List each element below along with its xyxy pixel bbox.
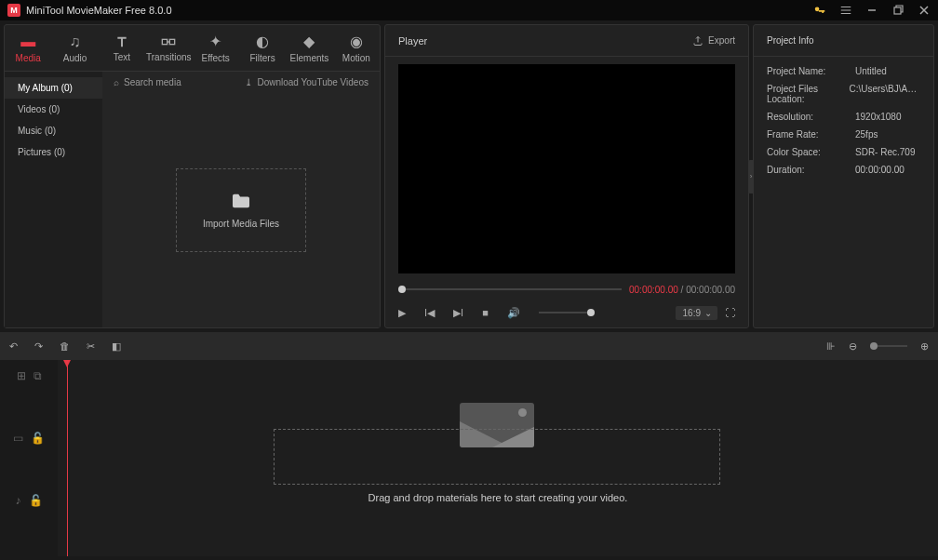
delete-button[interactable]: 🗑 [60,340,70,352]
svg-rect-2 [170,39,175,44]
tab-elements[interactable]: ◆Elements [286,25,332,71]
layer-copy-icon[interactable]: ⧉ [34,369,42,382]
search-icon: ⌕ [114,77,119,87]
info-row-resolution: Resolution:1920x1080 [767,108,920,126]
tab-filters[interactable]: ◐Filters [239,25,286,71]
license-key-icon[interactable] [813,4,826,17]
split-button[interactable]: ✂ [87,340,95,353]
sidebar-item-videos[interactable]: Videos (0) [5,99,102,120]
fullscreen-button[interactable]: ⛶ [725,307,735,318]
play-button[interactable]: ▶ [398,307,406,319]
info-title: Project Info [754,25,933,57]
app-logo: M [7,4,20,17]
close-button[interactable] [918,4,931,17]
crop-button[interactable]: ◧ [112,340,121,353]
track-header-layers: ⊞ ⧉ [0,360,58,392]
redo-button[interactable]: ↷ [34,340,43,353]
app-title: MiniTool MovieMaker Free 8.0.0 [26,5,172,16]
titlebar: M MiniTool MovieMaker Free 8.0.0 [0,0,938,20]
stop-button[interactable]: ■ [482,307,489,318]
minimize-button[interactable] [865,4,878,17]
chevron-down-icon: ⌄ [704,308,712,318]
collapse-info-button[interactable]: › [748,160,754,193]
zoom-in-button[interactable]: ⊕ [920,340,929,353]
music-note-icon: ♫ [70,33,81,50]
svg-rect-1 [163,39,168,44]
tab-effects[interactable]: ✦Effects [193,25,239,71]
prev-frame-button[interactable]: I◀ [424,307,435,319]
tab-audio[interactable]: ♫Audio [51,25,98,71]
sidebar-item-pictures[interactable]: Pictures (0) [5,141,102,163]
track-header-video: ▭ 🔓 [0,392,58,485]
media-panel: ▬Media ♫Audio Text Transitions ✦Effects … [4,24,381,328]
main-tabs: ▬Media ♫Audio Text Transitions ✦Effects … [5,25,380,72]
tab-transitions[interactable]: Transitions [145,25,192,71]
info-row-location: Project Files Location:C:\Users\BJ\App..… [767,80,920,108]
tab-motion[interactable]: ◉Motion [333,25,380,71]
video-preview[interactable] [398,64,735,273]
import-media-button[interactable]: Import Media Files [176,168,306,252]
svg-rect-0 [894,7,901,14]
zoom-slider[interactable] [870,345,907,347]
timeline-mode-icon[interactable]: ⊪ [826,340,836,353]
lock-icon[interactable]: 🔓 [29,494,43,507]
sidebar-item-myalbum[interactable]: My Album (0) [5,77,102,99]
player-title: Player [398,35,427,47]
track-header-audio: ♪ 🔓 [0,485,58,516]
effects-icon: ✦ [209,33,221,50]
download-youtube-button[interactable]: ⤓ Download YouTube Videos [245,77,368,87]
export-icon [692,35,704,47]
zoom-out-button[interactable]: ⊖ [849,340,857,353]
menu-icon[interactable] [839,4,852,17]
elements-icon: ◆ [303,33,315,50]
project-info-panel: › Project Info Project Name:Untitled Pro… [753,24,934,328]
filters-icon: ◐ [256,33,269,50]
timeline-tracks[interactable]: Drag and drop materials here to start cr… [58,360,938,556]
audio-track-icon: ♪ [16,494,21,507]
folder-icon: ▬ [20,33,35,50]
aspect-ratio-select[interactable]: 16:9⌄ [676,306,717,320]
undo-button[interactable]: ↶ [9,340,18,353]
folder-icon [231,193,251,209]
track-headers: ⊞ ⧉ ▭ 🔓 ♪ 🔓 [0,360,58,556]
tab-media[interactable]: ▬Media [5,25,51,71]
drop-hint: Drag and drop materials here to start cr… [58,492,938,503]
info-row-framerate: Frame Rate:25fps [767,126,920,143]
timecode: 00:00:00.00 / 00:00:00.00 [629,285,735,295]
export-button[interactable]: Export [692,35,735,47]
playhead[interactable] [67,360,68,556]
seek-slider[interactable] [398,288,622,290]
info-row-project-name: Project Name:Untitled [767,62,920,80]
media-sidebar: My Album (0) Videos (0) Music (0) Pictur… [5,72,102,327]
drop-zone[interactable] [274,429,720,485]
tab-text[interactable]: Text [99,25,145,71]
text-icon [114,34,129,49]
info-row-colorspace: Color Space:SDR- Rec.709 [767,143,920,161]
info-row-duration: Duration:00:00:00.00 [767,161,920,179]
volume-slider[interactable] [539,312,595,313]
lock-icon[interactable]: 🔓 [31,432,45,445]
volume-icon[interactable]: 🔊 [507,307,520,319]
sidebar-item-music[interactable]: Music (0) [5,120,102,141]
transitions-icon [161,34,176,49]
next-frame-button[interactable]: ▶I [453,307,463,319]
download-icon: ⤓ [245,77,252,87]
maximize-button[interactable] [891,4,904,17]
search-input[interactable]: ⌕ Search media [114,77,181,87]
motion-icon: ◉ [350,33,363,50]
video-track-icon: ▭ [13,432,23,445]
layer-add-icon[interactable]: ⊞ [17,369,26,382]
player-panel: Player Export 00:00:00.00 / 00:00:00.00 … [384,24,749,328]
timeline-panel: ↶ ↷ 🗑 ✂ ◧ ⊪ ⊖ ⊕ ⊞ ⧉ ▭ 🔓 ♪ 🔓 [0,332,938,556]
